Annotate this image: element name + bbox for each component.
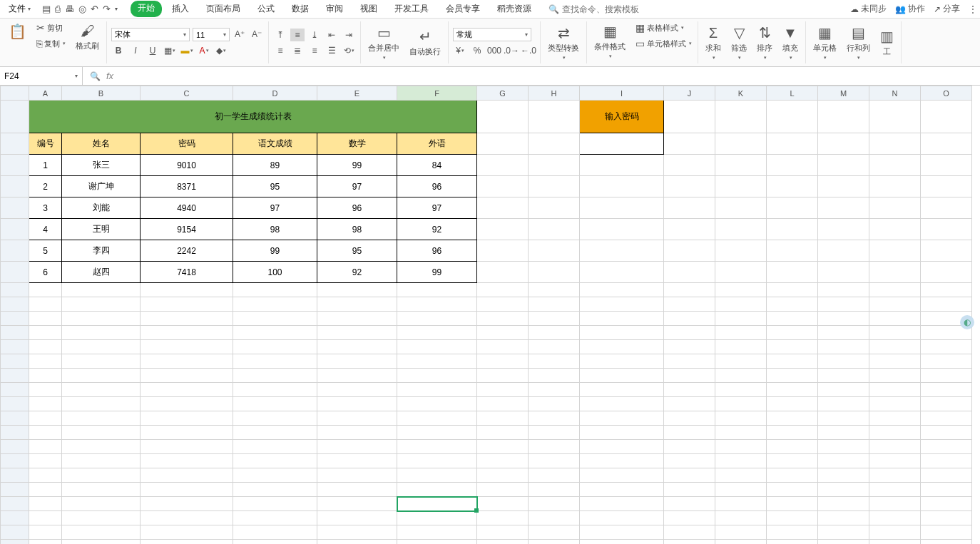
data-cell[interactable]: 92 xyxy=(317,262,397,283)
cell[interactable] xyxy=(477,497,529,511)
row-header[interactable] xyxy=(1,326,29,340)
cell[interactable] xyxy=(62,440,141,454)
cell[interactable] xyxy=(62,511,141,525)
cell[interactable] xyxy=(869,219,921,240)
row-header[interactable] xyxy=(1,297,29,312)
row-header[interactable] xyxy=(1,369,29,383)
cell[interactable] xyxy=(477,312,529,326)
cell[interactable] xyxy=(715,383,767,397)
cell[interactable] xyxy=(921,426,972,440)
cell[interactable] xyxy=(767,176,818,197)
data-cell[interactable]: 2 xyxy=(29,176,62,197)
cell[interactable] xyxy=(869,133,921,155)
cell[interactable] xyxy=(664,511,715,525)
cell[interactable] xyxy=(818,383,869,397)
cell[interactable] xyxy=(664,283,715,297)
tab-公式[interactable]: 公式 xyxy=(250,1,282,17)
tab-审阅[interactable]: 审阅 xyxy=(319,1,350,17)
sum-button[interactable]: Σ求和 xyxy=(703,24,724,62)
cell[interactable] xyxy=(29,454,62,468)
cell[interactable] xyxy=(580,540,664,545)
row-header[interactable] xyxy=(1,101,29,133)
font-size-select[interactable]: 11 xyxy=(193,28,230,41)
cell[interactable] xyxy=(921,133,972,155)
cell[interactable] xyxy=(580,454,664,468)
cell[interactable] xyxy=(141,454,233,468)
cell[interactable] xyxy=(233,426,317,440)
cell[interactable] xyxy=(767,426,818,440)
cell[interactable] xyxy=(477,369,529,383)
row-header[interactable] xyxy=(1,440,29,454)
cell[interactable] xyxy=(818,426,869,440)
cell[interactable] xyxy=(477,483,529,497)
cell[interactable] xyxy=(921,262,972,283)
cell[interactable] xyxy=(317,454,397,468)
cell[interactable] xyxy=(921,397,972,411)
cell[interactable] xyxy=(29,497,62,511)
cell[interactable] xyxy=(818,340,869,354)
data-cell[interactable]: 9010 xyxy=(141,155,233,176)
row-header[interactable] xyxy=(1,176,29,197)
cell[interactable] xyxy=(477,540,529,545)
data-cell[interactable]: 96 xyxy=(397,240,477,262)
cell[interactable] xyxy=(29,297,62,312)
cell[interactable] xyxy=(580,297,664,312)
cell[interactable] xyxy=(29,283,62,297)
cell[interactable] xyxy=(715,297,767,312)
redo-icon[interactable]: ↷ xyxy=(103,4,111,14)
cell[interactable] xyxy=(397,297,477,312)
cell[interactable] xyxy=(869,369,921,383)
row-header[interactable] xyxy=(1,468,29,483)
cell[interactable] xyxy=(580,340,664,354)
tab-开始[interactable]: 开始 xyxy=(131,1,162,17)
tab-插入[interactable]: 插入 xyxy=(165,1,196,17)
row-header[interactable] xyxy=(1,312,29,326)
cell[interactable] xyxy=(233,525,317,540)
cell[interactable] xyxy=(715,397,767,411)
cell[interactable] xyxy=(317,525,397,540)
cell[interactable] xyxy=(141,497,233,511)
cell[interactable] xyxy=(767,326,818,340)
fill-button[interactable]: ▼填充 xyxy=(780,24,801,62)
row-header[interactable] xyxy=(1,219,29,240)
cell[interactable] xyxy=(767,219,818,240)
cell[interactable] xyxy=(397,283,477,297)
fx-icon[interactable]: fx xyxy=(106,71,113,81)
currency-icon[interactable]: ¥ xyxy=(453,44,467,57)
cell[interactable] xyxy=(477,240,529,262)
cell[interactable] xyxy=(233,483,317,497)
cell[interactable] xyxy=(317,426,397,440)
row-header[interactable] xyxy=(1,197,29,219)
cell[interactable] xyxy=(767,383,818,397)
cell[interactable] xyxy=(767,240,818,262)
cell[interactable] xyxy=(818,483,869,497)
data-cell[interactable]: 9154 xyxy=(141,219,233,240)
cell[interactable] xyxy=(664,340,715,354)
row-header[interactable] xyxy=(1,483,29,497)
number-format-select[interactable]: 常规 xyxy=(453,28,531,41)
cell[interactable] xyxy=(767,133,818,155)
data-cell[interactable]: 98 xyxy=(317,219,397,240)
select-all-corner[interactable] xyxy=(1,86,29,101)
cell[interactable] xyxy=(233,283,317,297)
cell[interactable] xyxy=(580,426,664,440)
cells-button[interactable]: ▦单元格 xyxy=(810,23,839,62)
cell[interactable] xyxy=(233,411,317,426)
col-header-N[interactable]: N xyxy=(869,86,921,101)
cell[interactable] xyxy=(529,497,580,511)
cell[interactable] xyxy=(869,197,921,219)
cell[interactable] xyxy=(921,240,972,262)
cell[interactable] xyxy=(869,340,921,354)
col-header-L[interactable]: L xyxy=(767,86,818,101)
cell[interactable] xyxy=(767,101,818,133)
cell[interactable] xyxy=(477,411,529,426)
cell[interactable] xyxy=(529,326,580,340)
cell[interactable] xyxy=(767,369,818,383)
cell[interactable] xyxy=(664,133,715,155)
cell[interactable] xyxy=(869,426,921,440)
cell[interactable] xyxy=(477,340,529,354)
cell[interactable] xyxy=(767,540,818,545)
cell[interactable] xyxy=(529,133,580,155)
cell[interactable] xyxy=(317,511,397,525)
cell[interactable] xyxy=(529,426,580,440)
